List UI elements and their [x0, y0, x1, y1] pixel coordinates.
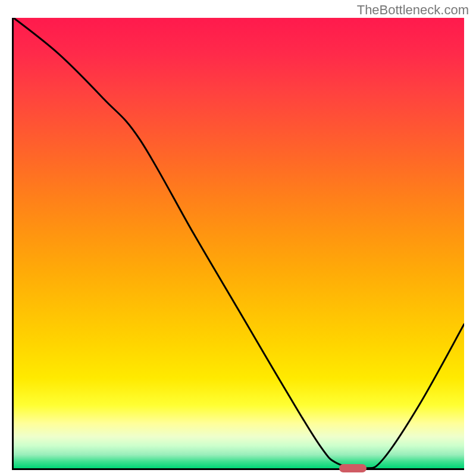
- bottleneck-curve: [14, 18, 464, 468]
- optimal-marker: [339, 464, 367, 472]
- chart-plot-area: [12, 18, 464, 470]
- attribution-text: TheBottleneck.com: [357, 2, 469, 18]
